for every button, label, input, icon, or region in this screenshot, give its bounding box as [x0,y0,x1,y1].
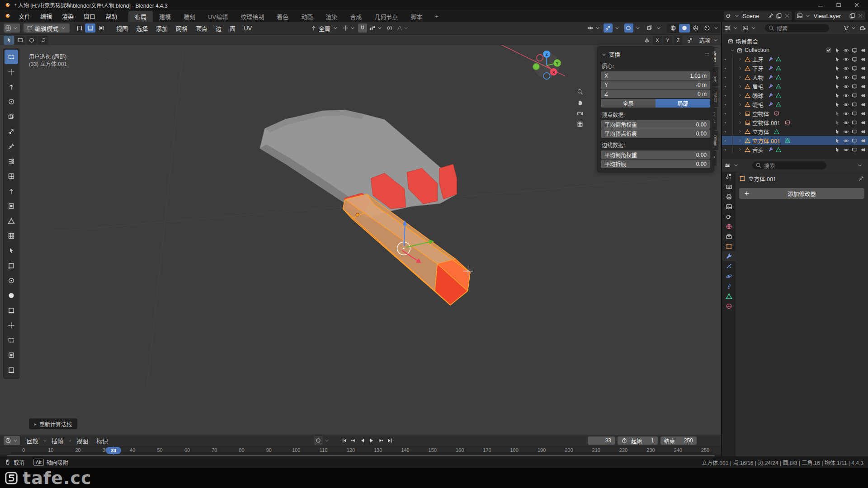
mode-dropdown[interactable]: 编辑模式 [24,23,70,33]
outliner-row-空物体[interactable]: 空物体 [722,109,868,118]
timeline-menu-插帧[interactable]: 插帧 [47,436,67,445]
tool-shrink-fatten-button[interactable] [5,318,18,333]
workspace-tab-布局[interactable]: 布局 [128,11,153,22]
properties-tab-view-layer[interactable] [722,202,736,211]
workspace-tab-纹理绘制[interactable]: 纹理绘制 [234,11,270,22]
hide-eye-icon[interactable] [843,102,849,108]
minimize-button[interactable] [817,2,824,8]
render-visibility-icon[interactable] [860,75,866,80]
navigation-gizmo[interactable]: Z Y X [533,51,561,80]
render-visibility-icon[interactable] [860,111,866,117]
tool-add-cube-button[interactable] [5,169,18,183]
properties-tab-constraints[interactable] [722,281,736,291]
tool-poly-build-button[interactable] [5,258,18,273]
select-lasso-button[interactable] [38,36,48,45]
chevron-down-icon[interactable] [733,162,739,169]
outliner-row-眼球[interactable]: 眼球 [722,91,868,100]
hide-eye-icon[interactable] [843,93,849,99]
workspace-tab-脚本[interactable]: 脚本 [404,11,429,22]
viewport-visibility-icon[interactable] [852,66,858,71]
tool-measure-button[interactable] [5,154,18,169]
hide-eye-icon[interactable] [843,47,849,53]
outliner-row-立方体.001[interactable]: 立方体.001 [722,136,868,145]
object-visibility-dropdown[interactable] [586,23,602,33]
workspace-tab-UV编辑[interactable]: UV编辑 [202,11,234,22]
delete-scene-button[interactable] [784,13,790,19]
proportional-editing-button[interactable] [385,23,394,33]
hide-eye-icon[interactable] [843,66,849,71]
nav-axis-z-neg[interactable] [543,73,550,79]
current-frame-badge[interactable]: 33 [106,447,121,454]
selectable-icon[interactable] [835,111,840,117]
shading-rendered-button[interactable] [702,24,712,33]
tool-cursor-3d-button[interactable] [5,65,18,79]
menu-文件[interactable]: 文件 [14,10,35,22]
median-z-field[interactable]: Z0 m [601,89,710,98]
workspace-tab-雕刻[interactable]: 雕刻 [177,11,202,22]
tool-annotate-button[interactable] [5,139,18,154]
tool-rotate-button[interactable] [5,94,18,109]
edge-data-field-0[interactable]: 平均倒角权重0.00 [601,150,710,159]
select-box-button[interactable] [15,36,25,45]
display-mode-icon[interactable] [724,25,731,31]
new-viewlayer-button[interactable] [849,13,855,19]
expand-chevron-icon[interactable] [738,102,742,107]
vertex-data-field-0[interactable]: 平均倒角权重0.00 [601,120,710,129]
operator-redo-panel[interactable]: ▸ 重新计算法线 [29,418,77,429]
mirror-icon[interactable] [644,37,650,43]
gizmos-toggle-button[interactable] [604,23,613,33]
render-visibility-icon[interactable] [860,147,866,153]
chevron-down-icon[interactable] [656,25,662,31]
properties-tab-data[interactable] [722,291,736,301]
outliner-row-睫毛[interactable]: 睫毛 [722,100,868,109]
shading-wireframe-button[interactable] [668,24,679,33]
expand-chevron-icon[interactable] [738,84,742,89]
selectable-icon[interactable] [835,84,840,89]
viewport-menu-边[interactable]: 边 [212,24,226,33]
mirror-axis-y-button[interactable]: Y [663,36,672,45]
viewport-visibility-icon[interactable] [852,84,858,89]
viewport-visibility-icon[interactable] [852,147,858,153]
timeline-editor-type-button[interactable] [4,436,20,445]
workspace-tab-动画[interactable]: 动画 [295,11,319,22]
drag-grip-icon[interactable] [704,52,710,58]
edge-data-field-1[interactable]: 平均折痕0.00 [601,160,710,168]
auto-keying-button[interactable] [314,436,323,445]
outliner-search-field[interactable]: 搜索 [765,24,829,32]
selectable-icon[interactable] [835,138,840,144]
selectable-icon[interactable] [835,147,840,153]
nav-axis-x-neg[interactable] [537,55,543,61]
render-visibility-icon[interactable] [860,129,866,135]
play-reverse-button[interactable] [358,436,367,445]
median-x-field[interactable]: X1.01 m [601,71,710,80]
global-button[interactable]: 全局 [601,99,656,108]
camera-view-icon[interactable] [577,110,583,117]
shading-solid-button[interactable] [679,24,690,33]
chevron-down-icon[interactable] [324,437,330,444]
hide-eye-icon[interactable] [843,75,849,80]
new-scene-button[interactable] [776,13,782,19]
properties-tab-tool[interactable] [722,172,736,182]
frame-start-field[interactable]: 起始 1 [618,436,658,445]
outliner-row-scene-collection[interactable]: 场景集合 [722,37,868,46]
viewport-visibility-icon[interactable] [852,93,858,99]
expand-chevron-icon[interactable] [738,111,742,116]
properties-tab-modifiers[interactable] [722,251,736,261]
viewport-visibility-icon[interactable] [852,47,858,53]
tool-transform-button[interactable] [5,124,18,139]
chevron-down-icon[interactable] [850,25,857,31]
local-button[interactable]: 局部 [656,99,710,108]
viewport-menu-添加[interactable]: 添加 [152,24,172,33]
chevron-down-icon[interactable] [614,25,620,31]
render-visibility-icon[interactable] [860,66,866,71]
properties-search-field[interactable]: 搜索 [752,161,826,169]
viewport-menu-顶点[interactable]: 顶点 [192,24,212,33]
viewport-visibility-icon[interactable] [852,138,858,144]
chevron-down-icon[interactable] [732,25,739,31]
next-keyframe-button[interactable] [376,436,385,445]
workspace-tab-着色[interactable]: 着色 [270,11,295,22]
new-collection-icon[interactable] [859,25,866,31]
properties-tab-world[interactable] [722,221,736,231]
properties-tab-render[interactable] [722,182,736,192]
selectable-icon[interactable] [835,66,840,71]
